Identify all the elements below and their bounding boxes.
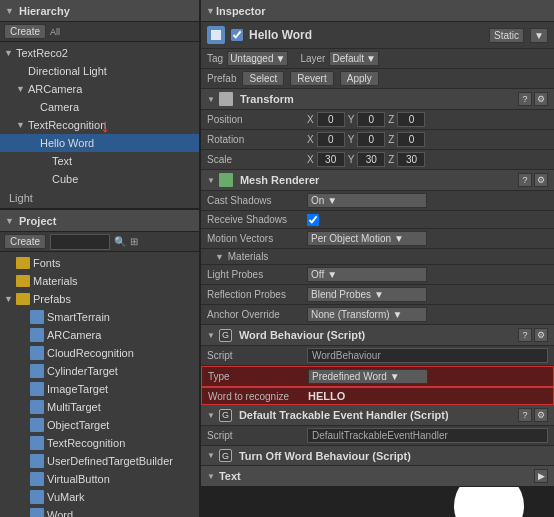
inspector-collapse-arrow[interactable]: ▼ bbox=[206, 6, 216, 16]
transform-tool-btn2[interactable]: ⚙ bbox=[534, 92, 548, 106]
transform-section-header[interactable]: ▼ Transform ? ⚙ bbox=[201, 89, 554, 110]
hierarchy-create-button[interactable]: Create bbox=[4, 24, 46, 39]
cast-shadows-dropdown[interactable]: On ▼ bbox=[307, 193, 427, 208]
project-label-objecttarget: ObjectTarget bbox=[47, 419, 109, 431]
rot-x-input[interactable] bbox=[317, 132, 345, 147]
motion-vectors-arrow: ▼ bbox=[394, 233, 404, 244]
prefab-icon-virtualbutton bbox=[30, 472, 44, 486]
project-item-multitarget[interactable]: MultiTarget bbox=[0, 398, 199, 416]
hierarchy-collapse-arrow[interactable]: ▼ bbox=[5, 6, 15, 16]
transform-tool-btn1[interactable]: ? bbox=[518, 92, 532, 106]
project-item-fonts[interactable]: Fonts bbox=[0, 254, 199, 272]
word-script-ref[interactable]: WordBehaviour bbox=[307, 348, 548, 363]
materials-subheader: ▼ Materials bbox=[201, 249, 554, 265]
text-preview-play-btn[interactable]: ▶ bbox=[534, 469, 548, 483]
turnoff-collapse-arrow: ▼ bbox=[207, 451, 215, 460]
scale-y-label: Y bbox=[348, 154, 355, 165]
project-label-virtualbutton: VirtualButton bbox=[47, 473, 110, 485]
trackable-tool-btn1[interactable]: ? bbox=[518, 408, 532, 422]
scale-x-input[interactable] bbox=[317, 152, 345, 167]
pos-x-input[interactable] bbox=[317, 112, 345, 127]
project-item-word[interactable]: Word bbox=[0, 506, 199, 517]
project-item-vumark[interactable]: VuMark bbox=[0, 488, 199, 506]
project-item-arcamera2[interactable]: ARCamera bbox=[0, 326, 199, 344]
layer-dropdown[interactable]: Default ▼ bbox=[329, 51, 379, 66]
pos-z-input[interactable] bbox=[397, 112, 425, 127]
prefab-revert-button[interactable]: Revert bbox=[290, 71, 333, 86]
project-item-userdefined[interactable]: UserDefinedTargetBuilder bbox=[0, 452, 199, 470]
tree-label-textreco2: TextReco2 bbox=[16, 47, 68, 59]
project-create-button[interactable]: Create bbox=[4, 234, 46, 249]
reflection-probes-dropdown[interactable]: Blend Probes ▼ bbox=[307, 287, 427, 302]
inspector-panel: ▼ Inspector Hello Word Static ▼ Tag Unta… bbox=[200, 0, 554, 517]
word-script-row: Script WordBehaviour bbox=[201, 346, 554, 366]
tree-item-textreco2[interactable]: ▼ TextReco2 bbox=[0, 44, 199, 62]
project-item-objecttarget[interactable]: ObjectTarget bbox=[0, 416, 199, 434]
project-collapse-arrow[interactable]: ▼ bbox=[5, 216, 15, 226]
word-behaviour-tool-btn2[interactable]: ⚙ bbox=[534, 328, 548, 342]
mesh-renderer-tool-btn1[interactable]: ? bbox=[518, 173, 532, 187]
hierarchy-title: Hierarchy bbox=[19, 5, 70, 17]
rot-y-input[interactable] bbox=[357, 132, 385, 147]
materials-arrow[interactable]: ▼ bbox=[215, 252, 225, 262]
tag-dropdown[interactable]: Untagged ▼ bbox=[227, 51, 288, 66]
static-button[interactable]: Static bbox=[489, 28, 524, 43]
static-dropdown-button[interactable]: ▼ bbox=[530, 28, 548, 43]
project-filter-icon[interactable]: ⊞ bbox=[130, 236, 138, 247]
tree-item-camera[interactable]: Camera bbox=[0, 98, 199, 116]
prefab-icon-vumark bbox=[30, 490, 44, 504]
reflection-probes-arrow: ▼ bbox=[374, 289, 384, 300]
scale-label: Scale bbox=[207, 154, 307, 165]
project-search-input[interactable] bbox=[50, 234, 110, 250]
scale-y-input[interactable] bbox=[357, 152, 385, 167]
trackable-script-ref[interactable]: DefaultTrackableEventHandler bbox=[307, 428, 548, 443]
project-item-imagetarget[interactable]: ImageTarget bbox=[0, 380, 199, 398]
word-script-label: Script bbox=[207, 350, 307, 361]
project-item-virtualbutton[interactable]: VirtualButton bbox=[0, 470, 199, 488]
object-active-checkbox[interactable] bbox=[231, 29, 243, 41]
word-behaviour-g-badge: G bbox=[219, 329, 232, 342]
project-item-materials[interactable]: Materials bbox=[0, 272, 199, 290]
text-preview-content bbox=[201, 487, 554, 517]
project-item-prefabs[interactable]: ▼ Prefabs bbox=[0, 290, 199, 308]
motion-vectors-dropdown[interactable]: Per Object Motion ▼ bbox=[307, 231, 427, 246]
prefab-select-button[interactable]: Select bbox=[242, 71, 284, 86]
receive-shadows-label: Receive Shadows bbox=[207, 214, 307, 225]
tree-item-hello-word[interactable]: Hello Word ↓ bbox=[0, 134, 199, 152]
materials-label: Materials bbox=[228, 251, 269, 262]
trackable-g-badge: G bbox=[219, 409, 232, 422]
project-item-textrecognition2[interactable]: TextRecognition bbox=[0, 434, 199, 452]
mesh-renderer-section-header[interactable]: ▼ Mesh Renderer ? ⚙ bbox=[201, 170, 554, 191]
pos-y-input[interactable] bbox=[357, 112, 385, 127]
scale-value: X Y Z bbox=[307, 152, 548, 167]
tree-item-arcamera[interactable]: ▼ ARCamera bbox=[0, 80, 199, 98]
tree-item-text[interactable]: Text bbox=[0, 152, 199, 170]
word-behaviour-tool-btn1[interactable]: ? bbox=[518, 328, 532, 342]
tree-item-cube[interactable]: Cube bbox=[0, 170, 199, 188]
trackable-tool-btn2[interactable]: ⚙ bbox=[534, 408, 548, 422]
rot-y-label: Y bbox=[348, 134, 355, 145]
prefab-apply-button[interactable]: Apply bbox=[340, 71, 379, 86]
turnoff-section-header[interactable]: ▼ G Turn Off Word Behaviour (Script) bbox=[201, 446, 554, 466]
tree-item-directional-light[interactable]: Directional Light bbox=[0, 62, 199, 80]
receive-shadows-row: Receive Shadows bbox=[201, 211, 554, 229]
light-label-area: Light bbox=[0, 188, 199, 206]
light-probes-dropdown[interactable]: Off ▼ bbox=[307, 267, 427, 282]
project-item-smartterrain[interactable]: SmartTerrain bbox=[0, 308, 199, 326]
trackable-section-header[interactable]: ▼ G Default Trackable Event Handler (Scr… bbox=[201, 405, 554, 426]
mesh-renderer-tool-btn2[interactable]: ⚙ bbox=[534, 173, 548, 187]
anchor-override-row: Anchor Override None (Transform) ▼ bbox=[201, 305, 554, 325]
anchor-override-dropdown[interactable]: None (Transform) ▼ bbox=[307, 307, 427, 322]
project-item-cloudrecog[interactable]: CloudRecognition bbox=[0, 344, 199, 362]
project-item-cylindertarget[interactable]: CylinderTarget bbox=[0, 362, 199, 380]
project-search-icon[interactable]: 🔍 bbox=[114, 236, 126, 247]
anchor-override-value: None (Transform) ▼ bbox=[307, 307, 548, 322]
scale-z-input[interactable] bbox=[397, 152, 425, 167]
scale-x-label: X bbox=[307, 154, 314, 165]
rot-z-input[interactable] bbox=[397, 132, 425, 147]
tree-item-textrecognition[interactable]: ▼ TextRecognition bbox=[0, 116, 199, 134]
project-label-materials: Materials bbox=[33, 275, 78, 287]
word-behaviour-section-header[interactable]: ▼ G Word Behaviour (Script) ? ⚙ bbox=[201, 325, 554, 346]
receive-shadows-checkbox[interactable] bbox=[307, 214, 319, 226]
word-type-dropdown[interactable]: Predefined Word ▼ bbox=[308, 369, 428, 384]
